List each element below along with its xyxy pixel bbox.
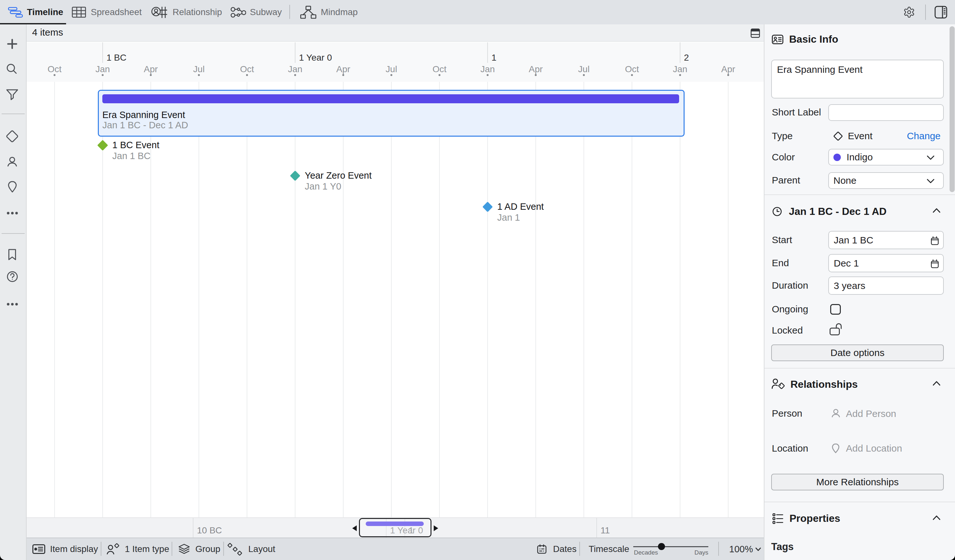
tab-relationship[interactable]: Relationship (152, 0, 222, 24)
layout-button[interactable]: Layout (227, 538, 275, 560)
tab-mindmap-label: Mindmap (321, 7, 358, 17)
start-label: Start (772, 235, 792, 246)
short-label-label: Short Label (772, 107, 821, 118)
year-tick (295, 42, 296, 63)
end-input[interactable]: Dec 1 (828, 254, 944, 272)
month-tick-dot (438, 74, 440, 76)
month-label: Oct (240, 65, 254, 74)
tab-timeline-label: Timeline (27, 7, 63, 17)
bookmark-icon[interactable] (8, 249, 17, 260)
month-tick-dot (294, 74, 296, 76)
timeline-scale[interactable]: 1 BC1 Year 012OctJanAprJulOctJanAprJulOc… (27, 42, 764, 82)
panel-toggle-icon[interactable] (934, 5, 948, 19)
tab-mindmap[interactable]: Mindmap (300, 0, 358, 24)
dates-label: Dates (553, 544, 576, 554)
type-label: Type (772, 131, 793, 141)
era-title: Era Spanning Event (102, 110, 185, 120)
group-button[interactable]: Group (178, 538, 221, 560)
canvas-gridline (584, 82, 584, 517)
era-event-selected[interactable]: Era Spanning Event Jan 1 BC - Dec 1 AD (98, 90, 684, 137)
item-display-button[interactable]: Item display (32, 538, 98, 560)
locked-unlock-icon[interactable] (830, 322, 842, 335)
month-label: Jan (480, 65, 495, 74)
more-relationships-button[interactable]: More Relationships (771, 474, 944, 490)
add-person-icon (831, 408, 841, 419)
date-section-title: Jan 1 BC - Dec 1 AD (789, 206, 887, 217)
item-type-label: 1 Item type (125, 544, 169, 554)
month-label: Oct (432, 65, 446, 74)
start-value: Jan 1 BC (834, 235, 873, 246)
navigator-label: 10 BC (197, 526, 222, 535)
spreadsheet-icon (72, 7, 86, 18)
start-input[interactable]: Jan 1 BC (828, 231, 944, 249)
location-icon[interactable] (7, 181, 17, 193)
toolbar-divider-3 (223, 542, 224, 556)
location-row-label: Location (772, 443, 808, 454)
month-label: Jul (385, 65, 397, 74)
search-icon[interactable] (6, 64, 17, 74)
item-diamond-icon[interactable] (6, 130, 19, 143)
add-person-label: Add Person (846, 408, 896, 418)
event-diamond[interactable] (97, 139, 108, 151)
more-icon[interactable] (7, 212, 18, 214)
tab-subway[interactable]: Subway (231, 0, 282, 24)
more-relationships-label: More Relationships (816, 477, 899, 487)
event-diamond[interactable] (482, 202, 493, 212)
end-value: Dec 1 (834, 258, 859, 269)
add-person-button[interactable]: Add Person (831, 408, 896, 419)
tab-spreadsheet[interactable]: Spreadsheet (72, 0, 142, 24)
dates-calendar-icon (537, 544, 546, 554)
person-row-label: Person (772, 408, 802, 419)
add-location-button[interactable]: Add Location (831, 443, 902, 454)
properties-icon (772, 513, 783, 524)
relationships-collapse-icon[interactable] (933, 381, 941, 386)
item-type-button[interactable]: 1 Item type (106, 538, 169, 560)
event-dates: Jan 1 BC (112, 152, 150, 161)
tab-timeline[interactable]: Timeline (0, 0, 66, 24)
timescale-slider-thumb[interactable] (658, 543, 665, 550)
panel-scrollbar[interactable] (950, 26, 955, 192)
date-options-button[interactable]: Date options (771, 344, 944, 361)
dates-button[interactable]: Dates (537, 538, 576, 560)
short-label-input[interactable] (828, 104, 944, 121)
name-textarea[interactable]: Era Spanning Event (771, 59, 944, 99)
timescale-slider-track[interactable] (633, 546, 708, 547)
relationships-icon (772, 379, 785, 390)
items-count-bar: 4 items (27, 24, 764, 42)
properties-collapse-icon[interactable] (933, 515, 941, 520)
canvas-gridline (343, 82, 344, 517)
person-icon[interactable] (6, 156, 18, 168)
era-bar[interactable] (102, 94, 679, 103)
type-change-link[interactable]: Change (907, 131, 941, 141)
tags-label: Tags (771, 541, 794, 553)
timeline-canvas[interactable]: Era Spanning Event Jan 1 BC - Dec 1 AD 1… (27, 82, 764, 517)
relationships-header: Relationships (772, 379, 858, 390)
end-calendar-icon[interactable] (931, 260, 939, 268)
help-icon[interactable] (6, 271, 18, 283)
tab-subway-label: Subway (250, 7, 282, 17)
year-label: 1 Year 0 (299, 53, 332, 62)
date-section-collapse-icon[interactable] (933, 208, 941, 213)
canvas-gridline (199, 82, 199, 517)
canvas-gridline (295, 82, 296, 517)
color-select[interactable]: Indigo (828, 149, 944, 166)
more-icon-2[interactable] (7, 303, 18, 306)
ongoing-checkbox[interactable] (830, 304, 841, 314)
filter-icon[interactable] (6, 89, 18, 100)
month-label: Apr (721, 65, 735, 74)
event-diamond[interactable] (290, 170, 301, 181)
zoom-control[interactable]: 100% (729, 538, 761, 560)
navigator-right-arrow[interactable] (434, 526, 438, 531)
timeline-navigator[interactable]: 10 BC1 Year 0111 (27, 517, 764, 538)
canvas-gridline (54, 82, 55, 517)
parent-select[interactable]: None (828, 172, 944, 189)
month-tick-dot (102, 74, 103, 76)
navigator-viewport[interactable] (359, 518, 432, 537)
event-title: 1 BC Event (112, 141, 160, 150)
navigator-left-arrow[interactable] (352, 526, 357, 531)
add-icon[interactable] (7, 39, 17, 49)
start-calendar-icon[interactable] (931, 236, 939, 245)
split-rows-icon[interactable] (751, 28, 760, 38)
settings-gear-icon[interactable] (903, 6, 915, 18)
duration-input[interactable]: 3 years (828, 277, 944, 295)
